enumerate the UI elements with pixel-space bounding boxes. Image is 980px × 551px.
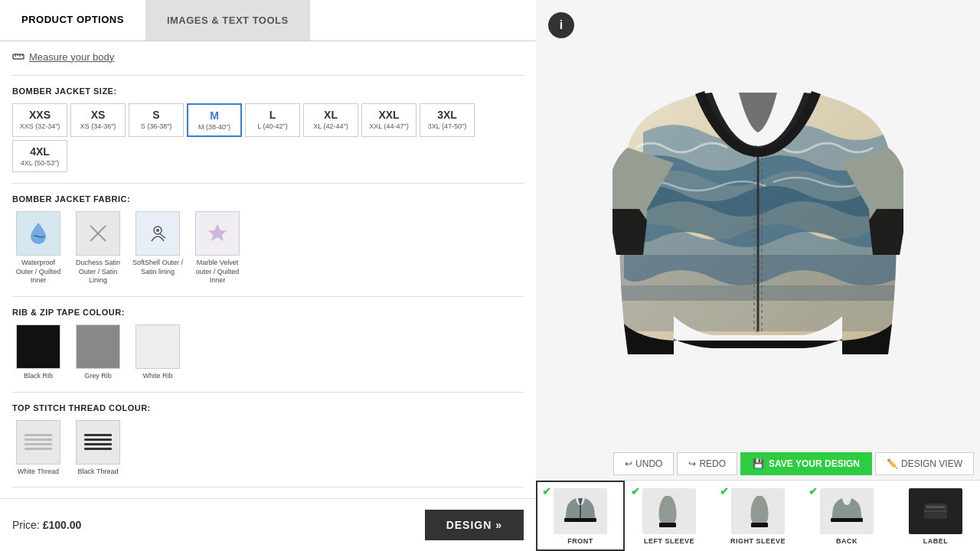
- fabric-grid: Waterproof Outer / Quilted Inner Duchess…: [12, 211, 524, 285]
- fabric-section-label: BOMBER JACKET FABRIC:: [12, 194, 524, 204]
- thread-grid: White Thread Black Thread: [12, 420, 524, 477]
- info-button[interactable]: i: [548, 12, 574, 38]
- divider-thread: [12, 392, 524, 393]
- duchess-icon: [84, 220, 112, 247]
- undo-button[interactable]: ↩ UNDO: [613, 452, 674, 475]
- softshell-icon: [144, 220, 172, 247]
- view-front[interactable]: ✔ FRONT: [536, 481, 625, 551]
- size-xxs[interactable]: XXS XXS (32-34"): [12, 103, 67, 137]
- redo-label: REDO: [699, 458, 726, 469]
- fabric-waterproof[interactable]: Waterproof Outer / Quilted Inner: [12, 211, 64, 285]
- size-s[interactable]: S S (36-38"): [129, 103, 184, 137]
- left-panel: PRODUCT OPTIONS IMAGES & TEXT TOOLS Meas…: [0, 0, 536, 551]
- rib-white[interactable]: White Rib: [132, 324, 184, 381]
- label-view-label: LABEL: [923, 537, 949, 545]
- view-thumbnails: ✔ FRONT ✔: [536, 480, 980, 551]
- right-sleeve-thumbnail: [731, 488, 785, 534]
- size-grid: XXS XXS (32-34") XS XS (34-36") S S (36-…: [12, 103, 524, 172]
- svg-rect-18: [659, 523, 676, 527]
- view-left-sleeve[interactable]: ✔ LEFT SLEEVE: [625, 481, 714, 551]
- pencil-icon: ✏️: [887, 458, 898, 469]
- divider-rib: [12, 296, 524, 297]
- tabs: PRODUCT OPTIONS IMAGES & TEXT TOOLS: [0, 0, 536, 41]
- rib-black[interactable]: Black Rib: [12, 324, 64, 381]
- undo-label: UNDO: [635, 458, 662, 469]
- size-m[interactable]: M M (38-40"): [187, 103, 242, 137]
- label-thumb-img: [920, 496, 951, 527]
- thread-black[interactable]: Black Thread: [72, 420, 124, 477]
- black-rib-swatch: [16, 324, 60, 369]
- front-thumb-jacket: [561, 492, 599, 530]
- label-thumbnail: [909, 488, 962, 534]
- front-check: ✔: [542, 485, 551, 497]
- tab-product-options[interactable]: PRODUCT OPTIONS: [0, 0, 145, 41]
- redo-button[interactable]: ↪ REDO: [677, 452, 737, 475]
- size-4xl[interactable]: 4XL 4XL (50-53"): [12, 140, 67, 172]
- toolbar-row: ↩ UNDO ↪ REDO 💾 SAVE YOUR DESIGN ✏️ DESI…: [536, 448, 980, 480]
- fabric-marble-velvet[interactable]: Marble Velvet outer / Quilted Inner: [191, 211, 243, 285]
- size-l[interactable]: L L (40-42"): [245, 103, 300, 137]
- left-sleeve-thumb: [650, 492, 688, 530]
- right-sleeve-check: ✔: [720, 485, 729, 497]
- thread-white[interactable]: White Thread: [12, 420, 64, 477]
- fabric-softshell[interactable]: SoftShell Outer / Satin lining: [132, 211, 184, 285]
- redo-arrow-icon: ↪: [688, 458, 696, 469]
- front-thumbnail: [554, 488, 607, 534]
- ruler-icon: [12, 51, 24, 63]
- size-section-label: BOMBER JACKET SIZE:: [12, 86, 524, 96]
- back-thumbnail: [820, 488, 874, 534]
- rib-grid: Black Rib Grey Rib White Rib: [12, 324, 524, 381]
- rib-grey[interactable]: Grey Rib: [72, 324, 124, 381]
- view-label[interactable]: LABEL: [891, 481, 980, 551]
- grey-rib-swatch: [76, 324, 120, 369]
- white-rib-swatch: [136, 324, 180, 369]
- back-check: ✔: [808, 485, 818, 497]
- svg-rect-23: [926, 506, 945, 508]
- right-panel: i: [536, 0, 980, 551]
- back-label: BACK: [836, 537, 858, 545]
- undo-arrow-icon: ↩: [625, 458, 632, 469]
- rib-section-label: RIB & ZIP TAPE COLOUR:: [12, 308, 524, 317]
- design-view-label: DESIGN VIEW: [901, 458, 962, 469]
- bottom-section: ↩ UNDO ↪ REDO 💾 SAVE YOUR DESIGN ✏️ DESI…: [536, 448, 980, 551]
- svg-rect-19: [751, 523, 768, 527]
- price-display: Price: £100.00: [12, 519, 81, 531]
- left-sleeve-thumbnail: [642, 488, 696, 534]
- right-sleeve-thumb: [739, 492, 777, 530]
- size-3xl[interactable]: 3XL 3XL (47-50"): [420, 103, 475, 137]
- view-right-sleeve[interactable]: ✔ RIGHT SLEEVE: [714, 481, 802, 551]
- svg-point-8: [156, 229, 159, 232]
- measure-link-text: Measure your body: [29, 51, 114, 63]
- measure-your-body-link[interactable]: Measure your body: [12, 51, 524, 63]
- jacket-preview: [536, 0, 980, 448]
- view-back[interactable]: ✔ BACK: [802, 481, 891, 551]
- save-design-button[interactable]: 💾 SAVE YOUR DESIGN: [740, 452, 872, 475]
- left-sleeve-label: LEFT SLEEVE: [644, 537, 694, 545]
- bottom-bar: Price: £100.00 DESIGN »: [0, 498, 536, 551]
- white-thread-swatch: [16, 420, 60, 465]
- tab-images-text-tools[interactable]: IMAGES & TEXT TOOLS: [145, 0, 310, 41]
- save-label: SAVE YOUR DESIGN: [769, 458, 860, 469]
- size-xxl[interactable]: XXL XXL (44-47"): [361, 103, 416, 137]
- divider-size: [12, 75, 524, 76]
- size-xs[interactable]: XS XS (34-36"): [70, 103, 126, 137]
- panel-content: Measure your body BOMBER JACKET SIZE: XX…: [0, 41, 536, 498]
- left-sleeve-check: ✔: [631, 485, 640, 497]
- front-label: FRONT: [567, 537, 593, 545]
- divider-fabric: [12, 183, 524, 184]
- waterproof-icon: [24, 220, 52, 247]
- jacket-image: [612, 56, 903, 393]
- fabric-duchess[interactable]: Duchess Satin Outer / Satin Lining: [72, 211, 124, 285]
- thread-section-label: TOP STITCH THREAD COLOUR:: [12, 403, 524, 412]
- design-view-button[interactable]: ✏️ DESIGN VIEW: [875, 452, 974, 475]
- save-icon: 💾: [753, 458, 764, 469]
- black-thread-swatch: [76, 420, 120, 465]
- right-sleeve-label: RIGHT SLEEVE: [730, 537, 786, 545]
- divider-label: [12, 487, 524, 487]
- size-xl[interactable]: XL XL (42-44"): [303, 103, 358, 137]
- svg-marker-9: [208, 224, 227, 241]
- design-button[interactable]: DESIGN »: [425, 510, 524, 540]
- marble-velvet-icon: [204, 220, 231, 247]
- svg-rect-17: [564, 518, 596, 522]
- svg-rect-20: [831, 518, 863, 522]
